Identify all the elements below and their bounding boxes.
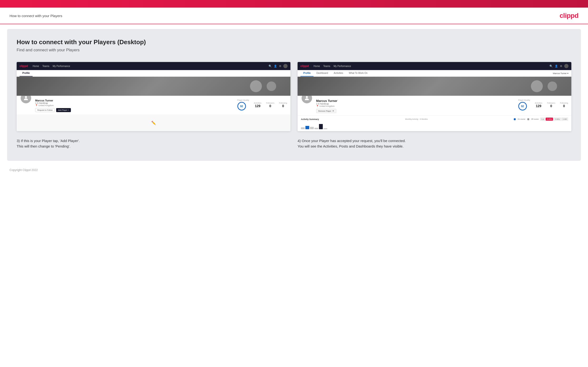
tab-dashboard-right[interactable]: Dashboard	[313, 70, 331, 76]
tab-activities-right[interactable]: Activities	[331, 70, 346, 76]
activity-header: Activity Summary Monthly Activity · 6 Mo…	[301, 117, 568, 121]
app-nav-links-right: Home Teams My Performance	[313, 65, 549, 67]
screenshots-row: clippd Home Teams My Performance 🔍 👤 ⚙ P…	[17, 62, 571, 131]
banner-circle2-left	[267, 82, 276, 91]
stat-following-right: Following 0	[560, 102, 568, 108]
nav-home-right: Home	[313, 65, 320, 67]
quality-circle-right: 92	[518, 102, 527, 110]
app-nav-icons-right: 🔍 👤 ⚙	[549, 64, 569, 68]
copyright: Copyright Clippd 2022	[9, 168, 38, 172]
time-1mth[interactable]: 1 mth	[561, 117, 568, 121]
request-follow-btn[interactable]: Request to Follow	[35, 108, 55, 112]
stat-activities-right: Activities 129	[535, 102, 542, 108]
main-content: How to connect with your Players (Deskto…	[7, 29, 581, 161]
nav-teams-left: Teams	[42, 65, 49, 67]
tab-profile-left[interactable]: Profile	[19, 70, 33, 76]
app-tabs-left: Profile	[17, 70, 290, 77]
activity-controls: On course Off course 1 yr 6 mths 3 mths …	[514, 117, 568, 121]
avatar-icon-left[interactable]	[283, 64, 288, 68]
time-1yr[interactable]: 1 yr	[540, 117, 545, 121]
app-logo-left: clippd	[19, 64, 28, 68]
tab-what-to-work-on-right[interactable]: What To Work On	[346, 70, 371, 76]
app-navbar-right: clippd Home Teams My Performance 🔍 👤 ⚙	[298, 62, 571, 70]
avatar-icon-right[interactable]	[564, 64, 569, 68]
chart-bar-4	[314, 128, 318, 129]
offcourse-label: Off course	[531, 118, 539, 120]
app-banner-right	[298, 77, 571, 96]
time-3mths[interactable]: 3 mths	[553, 117, 561, 121]
description-text-right: 4) Once your Player has accepted your re…	[298, 138, 571, 149]
app-stats-left: Player Quality 92 Activities 129 Followe…	[237, 98, 287, 110]
profile-info-left: Marcus Turner 1-5 Handicap 📍 United King…	[35, 98, 234, 112]
chart-bar-2	[305, 126, 309, 129]
player-location-left: 📍 United Kingdom	[35, 104, 234, 107]
player-name-left: Marcus Turner	[35, 99, 234, 102]
time-6mths[interactable]: 6 mths	[546, 117, 553, 121]
activity-period: Monthly Activity · 6 Months	[405, 118, 428, 120]
header-title: How to connect with your Players	[9, 14, 62, 18]
activity-summary: Activity Summary Monthly Activity · 6 Mo…	[298, 116, 571, 131]
oncourse-legend-dot	[514, 118, 516, 120]
banner-circle2-right	[548, 82, 557, 91]
svg-point-0	[25, 96, 27, 98]
tab-profile-right[interactable]: Profile	[300, 70, 313, 76]
remove-player-btn[interactable]: Remove Player ✕	[316, 109, 336, 113]
player-location-right: 📍 United Kingdom	[316, 105, 515, 107]
app-profile-section-left: Marcus Turner 1-5 Handicap 📍 United King…	[17, 96, 290, 115]
top-bar	[0, 0, 588, 8]
time-buttons: 1 yr 6 mths 3 mths 1 mth	[540, 117, 568, 121]
add-player-btn[interactable]: Add Player +	[56, 108, 71, 112]
scrollbar-area-left: ✏️	[17, 115, 290, 131]
description-right: 4) Once your Player has accepted your re…	[298, 138, 571, 149]
chart-bar-6	[323, 128, 327, 129]
banner-circle-right	[531, 80, 543, 92]
svg-point-1	[306, 96, 308, 98]
screenshot-right: clippd Home Teams My Performance 🔍 👤 ⚙ P…	[298, 62, 571, 131]
app-logo-right: clippd	[300, 64, 309, 68]
app-right-tab-links: Profile Dashboard Activities What To Wor…	[300, 70, 370, 76]
settings-icon-right[interactable]: ⚙	[560, 65, 562, 68]
nav-performance-right: My Performance	[334, 65, 351, 67]
quality-block-right: Player Quality 92	[518, 99, 530, 110]
quality-circle-left: 92	[237, 102, 246, 110]
screenshot-left: clippd Home Teams My Performance 🔍 👤 ⚙ P…	[17, 62, 290, 131]
user-icon-left[interactable]: 👤	[274, 65, 277, 68]
search-icon-right[interactable]: 🔍	[549, 65, 553, 68]
chart-bar-5	[319, 124, 323, 129]
app-right-tab-row: Profile Dashboard Activities What To Wor…	[298, 70, 571, 77]
app-nav-icons-left: 🔍 👤 ⚙	[268, 64, 288, 68]
banner-circle-left	[250, 80, 262, 92]
settings-icon-left[interactable]: ⚙	[279, 65, 281, 68]
app-banner-left	[17, 77, 290, 96]
player-handicap-left: 1-5 Handicap	[35, 102, 234, 104]
user-dropdown-right[interactable]: Marcus Turner ▾	[553, 72, 569, 75]
header: How to connect with your Players clippd	[0, 8, 588, 24]
player-handicap-right: 1-5 Handicap	[316, 103, 515, 105]
app-buttons-left: Request to Follow Add Player +	[35, 108, 234, 112]
stat-followers-left: Followers 0	[266, 102, 274, 108]
search-icon-left[interactable]: 🔍	[268, 65, 272, 68]
profile-info-right: Marcus Turner 1-5 Handicap 📍 United King…	[316, 98, 515, 113]
description-row: 3) If this is your Player tap, 'Add Play…	[17, 138, 571, 149]
chart-bar-1	[301, 127, 305, 129]
stat-following-left: Following 0	[279, 102, 287, 108]
player-name-right: Marcus Turner	[316, 99, 515, 103]
stat-followers-right: Followers 0	[547, 102, 555, 108]
activity-chart	[301, 122, 568, 129]
description-text-left: 3) If this is your Player tap, 'Add Play…	[17, 138, 290, 149]
logo: clippd	[560, 12, 579, 19]
scroll-icon-left: ✏️	[151, 121, 156, 125]
nav-teams-right: Teams	[323, 65, 330, 67]
main-heading: How to connect with your Players (Deskto…	[17, 39, 571, 46]
quality-block-left: Player Quality 92	[237, 99, 249, 110]
user-icon-right[interactable]: 👤	[555, 65, 558, 68]
chart-bar-3	[310, 127, 314, 129]
nav-home-left: Home	[33, 65, 39, 67]
nav-performance-left: My Performance	[52, 65, 70, 67]
activity-legend: On course Off course	[514, 118, 538, 120]
app-nav-links-left: Home Teams My Performance	[33, 65, 268, 67]
app-stats-right: Player Quality 92 Activities 129 Followe…	[518, 98, 568, 110]
app-profile-section-right: Marcus Turner 1-5 Handicap 📍 United King…	[298, 96, 571, 116]
location-pin-right: 📍	[316, 105, 319, 107]
location-pin-left: 📍	[35, 104, 38, 107]
